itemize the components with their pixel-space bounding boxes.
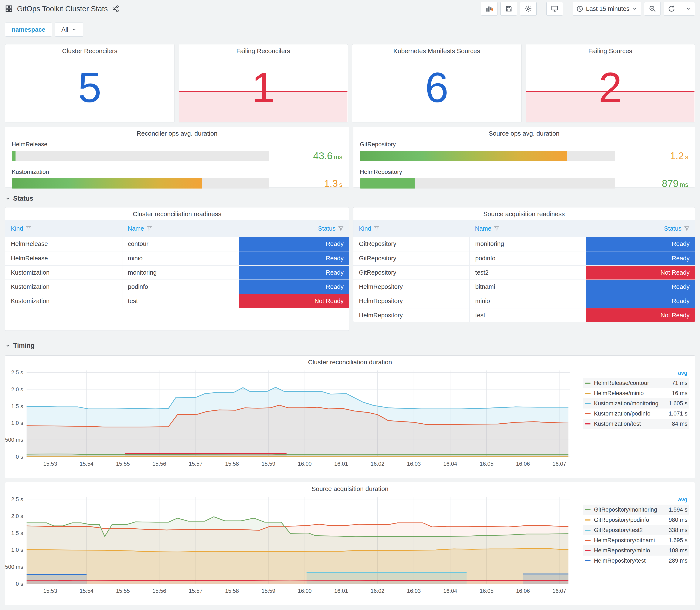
column-header-name[interactable]: Name (122, 220, 239, 237)
svg-text:16:04: 16:04 (443, 461, 457, 467)
table-row[interactable]: GitRepository monitoring Ready (353, 237, 695, 251)
legend-item[interactable]: GitRepository/monitoring 1.594 s (583, 504, 689, 515)
table-panel: Cluster reconciliation readiness Kind Na… (5, 207, 349, 331)
dashboard-header: GitOps Toolkit Cluster Stats Last 15 min… (0, 0, 700, 17)
dashboard-settings-button[interactable] (520, 2, 537, 16)
monitor-icon (551, 5, 558, 13)
column-header-kind[interactable]: Kind (353, 220, 469, 237)
chevron-down-icon (632, 6, 637, 12)
svg-text:15:56: 15:56 (152, 588, 166, 594)
table-row[interactable]: HelmRepository minio Ready (353, 294, 695, 308)
cell-status: Ready (239, 237, 349, 251)
table-row[interactable]: Kustomization monitoring Ready (5, 265, 349, 279)
gauge-panel-title: Source ops avg. duration (353, 130, 695, 137)
svg-text:15:54: 15:54 (80, 588, 94, 594)
series-color-dash (585, 540, 590, 541)
table-row[interactable]: HelmRepository test Not Ready (353, 308, 695, 322)
chevron-down-icon (71, 27, 77, 32)
svg-text:2.0 s: 2.0 s (11, 513, 23, 519)
column-header-status[interactable]: Status (585, 220, 695, 237)
svg-text:0 s: 0 s (16, 453, 23, 460)
svg-text:16:00: 16:00 (298, 461, 312, 467)
legend-avg-header[interactable]: avg (583, 369, 689, 378)
table-row[interactable]: Kustomization podinfo Ready (5, 279, 349, 294)
svg-text:2.5 s: 2.5 s (11, 496, 23, 502)
gear-icon (524, 5, 532, 13)
legend-item[interactable]: HelmRepository/test 289 ms (583, 556, 689, 566)
filter-funnel-icon (338, 226, 344, 231)
refresh-interval-chevron[interactable] (682, 2, 695, 15)
namespace-variable-label[interactable]: namespace (5, 22, 52, 36)
series-color-dash (585, 519, 590, 520)
add-panel-button[interactable] (481, 2, 498, 16)
filter-funnel-icon (494, 226, 500, 231)
legend-item[interactable]: Kustomization/test 84 ms (583, 419, 689, 429)
table-row[interactable]: HelmRelease contour Ready (5, 237, 349, 251)
series-name: HelmRepository/minio (594, 547, 669, 554)
series-avg-value: 84 ms (672, 421, 687, 427)
series-avg-value: 1.594 s (669, 507, 687, 513)
legend-item[interactable]: Kustomization/monitoring 1.605 s (583, 398, 689, 408)
stat-panel: Failing Reconcilers1 (179, 44, 348, 123)
namespace-variable-value[interactable]: All (55, 22, 83, 36)
series-avg-value: 289 ms (669, 558, 687, 564)
refresh-icon[interactable] (664, 2, 679, 15)
cell-name: podinfo (469, 252, 585, 265)
zoom-out-button[interactable] (644, 2, 661, 16)
clock-icon (576, 5, 583, 12)
time-picker-button[interactable]: Last 15 minutes (573, 2, 641, 16)
cell-kind: GitRepository (353, 266, 469, 279)
svg-text:15:55: 15:55 (116, 588, 130, 594)
cycle-view-button[interactable] (547, 2, 563, 16)
gauge-label: HelmRepository (360, 168, 688, 175)
series-avg-value: 1.071 s (669, 411, 687, 417)
table-row[interactable]: Kustomization test Not Ready (5, 294, 349, 308)
gauge-panel-title: Reconciler ops avg. duration (5, 130, 349, 137)
series-name: HelmRelease/contour (594, 380, 672, 386)
section-status[interactable]: Status (5, 195, 33, 202)
column-header-status[interactable]: Status (239, 220, 349, 237)
legend-item[interactable]: HelmRepository/minio 108 ms (583, 545, 689, 556)
table-header-row: Kind Name Status (353, 220, 695, 237)
legend-item[interactable]: Kustomization/podinfo 1.071 s (583, 408, 689, 419)
table-row[interactable]: HelmRelease minio Ready (5, 251, 349, 265)
cell-kind: HelmRepository (353, 280, 469, 294)
table-row[interactable]: GitRepository podinfo Ready (353, 251, 695, 265)
chart-legend: avg GitRepository/monitoring 1.594 s Git… (583, 495, 689, 566)
legend-avg-header[interactable]: avg (583, 495, 689, 504)
save-dashboard-button[interactable] (501, 2, 517, 16)
legend-item[interactable]: GitRepository/podinfo 980 ms (583, 515, 689, 525)
gauge-value: 879ms (622, 177, 688, 189)
column-header-name[interactable]: Name (469, 220, 585, 237)
legend-item[interactable]: GitRepository/test2 338 ms (583, 525, 689, 535)
series-color-dash (585, 530, 590, 531)
series-name: GitRepository/monitoring (594, 507, 669, 513)
share-icon[interactable] (112, 5, 119, 12)
gauge-fill (360, 178, 414, 189)
variable-filters: namespace All (5, 22, 83, 36)
refresh-button[interactable] (664, 2, 695, 16)
legend-item[interactable]: HelmRelease/contour 71 ms (583, 378, 689, 388)
series-avg-value: 71 ms (672, 380, 687, 386)
column-header-kind[interactable]: Kind (5, 220, 122, 237)
svg-text:16:04: 16:04 (443, 588, 457, 594)
legend-item[interactable]: HelmRelease/minio 16 ms (583, 388, 689, 398)
table-row[interactable]: HelmRepository bitnami Ready (353, 279, 695, 294)
zoom-out-icon (649, 5, 656, 13)
svg-text:15:59: 15:59 (261, 461, 275, 467)
gauge-value: 1.2s (622, 150, 688, 162)
series-avg-value: 16 ms (672, 390, 687, 397)
series-name: HelmRepository/bitnami (594, 537, 669, 544)
table-row[interactable]: GitRepository test2 Not Ready (353, 265, 695, 279)
section-timing[interactable]: Timing (5, 342, 35, 349)
series-name: GitRepository/podinfo (594, 517, 669, 523)
dashboard-grid-icon[interactable] (5, 5, 13, 13)
gauge-track (12, 151, 269, 161)
series-color-dash (585, 383, 590, 384)
chart-legend: avg HelmRelease/contour 71 ms HelmReleas… (583, 369, 689, 429)
stat-panel-title: Cluster Reconcilers (5, 47, 174, 54)
legend-item[interactable]: HelmRepository/bitnami 1.695 s (583, 535, 689, 545)
svg-text:15:57: 15:57 (189, 588, 202, 594)
svg-text:16:03: 16:03 (407, 461, 421, 467)
series-color-dash (585, 413, 590, 414)
